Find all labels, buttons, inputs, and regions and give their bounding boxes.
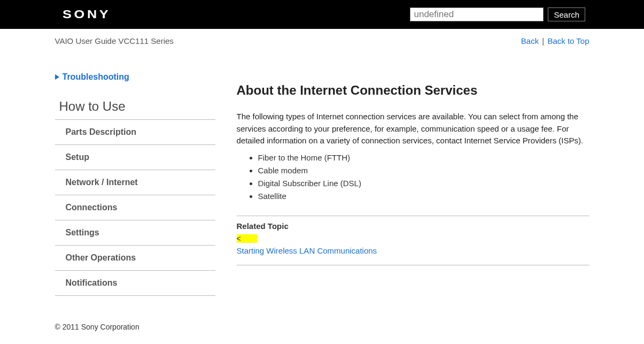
nav-setup[interactable]: Setup: [55, 145, 215, 170]
logo-box: SONY: [47, 0, 126, 29]
search-button[interactable]: Search: [548, 7, 585, 21]
list-item: Cable modem: [258, 164, 589, 177]
nav-settings[interactable]: Settings: [55, 220, 215, 246]
main-content: About the Internet Connection Services T…: [237, 72, 589, 296]
sidebar: Troubleshooting How to Use Parts Descrip…: [55, 72, 215, 296]
page-title: About the Internet Connection Services: [237, 83, 589, 98]
search-wrap: Search: [410, 7, 585, 21]
divider: [237, 216, 589, 216]
troubleshooting-link[interactable]: Troubleshooting: [63, 72, 129, 82]
top-bar: SONY Search: [0, 0, 644, 29]
nav-parts-description[interactable]: Parts Description: [55, 120, 215, 145]
page-body: Troubleshooting How to Use Parts Descrip…: [55, 51, 589, 296]
sub-header: VAIO User Guide VCC111 Series Back | Bac…: [55, 29, 589, 51]
related-link[interactable]: Starting Wireless LAN Communications: [237, 246, 589, 255]
back-to-top-link[interactable]: Back to Top: [547, 36, 589, 45]
sony-logo: SONY: [63, 7, 111, 21]
troubleshooting-row: Troubleshooting: [55, 72, 215, 82]
intro-paragraph: The following types of Internet connecti…: [237, 111, 589, 147]
nav-other-operations[interactable]: Other Operations: [55, 246, 215, 271]
list-item: Satellite: [258, 190, 589, 203]
highlight-marker: <: [237, 234, 257, 243]
nav-network-internet[interactable]: Network / Internet: [55, 170, 215, 195]
service-list: Fiber to the Home (FTTH) Cable modem Dig…: [237, 151, 589, 203]
footer-copyright: © 2011 Sony Corporation: [55, 323, 589, 331]
related-topic-heading: Related Topic: [237, 221, 589, 231]
list-item: Fiber to the Home (FTTH): [258, 151, 589, 164]
search-input[interactable]: [410, 7, 544, 21]
howto-heading: How to Use: [55, 99, 215, 120]
list-item: Digital Subscriber Line (DSL): [258, 177, 589, 190]
nav-connections[interactable]: Connections: [55, 195, 215, 220]
guide-title: VAIO User Guide VCC111 Series: [55, 36, 174, 45]
nav-links: Back | Back to Top: [521, 36, 589, 45]
link-separator: |: [541, 36, 545, 45]
back-link[interactable]: Back: [521, 36, 539, 45]
chevron-right-icon: [55, 74, 59, 80]
divider: [237, 265, 589, 265]
nav-notifications[interactable]: Notifications: [55, 271, 215, 296]
